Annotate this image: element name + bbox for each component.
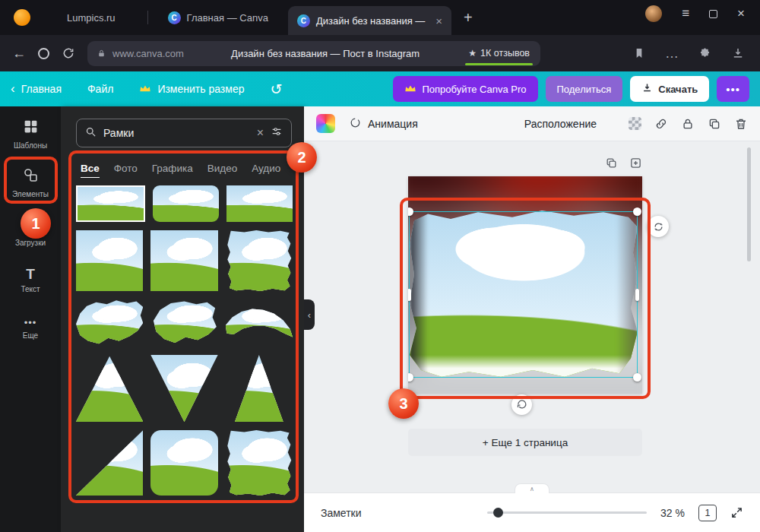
frame-scene xyxy=(76,430,143,496)
tab-label: Главная — Canva xyxy=(187,12,268,24)
download-design-button[interactable]: Скачать xyxy=(630,76,709,102)
position-label: Расположение xyxy=(524,118,597,130)
duplicate-icon[interactable] xyxy=(708,117,721,131)
new-tab-button[interactable]: + xyxy=(451,0,485,35)
add-page-icon[interactable] xyxy=(629,157,642,169)
canvas-page[interactable] xyxy=(408,176,642,394)
file-menu[interactable]: Файл xyxy=(87,83,113,95)
add-page-button[interactable]: + Еще 1 страница xyxy=(408,429,642,456)
vertical-scrollbar[interactable] xyxy=(747,147,751,261)
extension-icon[interactable] xyxy=(698,47,711,60)
zoom-slider-knob[interactable] xyxy=(493,508,503,518)
page-indicator[interactable]: 1 xyxy=(698,505,717,521)
browser-tab-bar: Lumpics.ru C Главная — Canva C Дизайн бе… xyxy=(0,0,760,35)
lock-icon[interactable] xyxy=(681,117,695,131)
reload-icon[interactable] xyxy=(62,46,75,60)
resize-handle-bottom-right[interactable] xyxy=(633,373,641,382)
resize-handle-left[interactable] xyxy=(408,289,411,301)
sidebar-item-elements[interactable]: Элементы xyxy=(4,163,57,202)
notes-button[interactable]: Заметки xyxy=(321,507,362,519)
frame-scene xyxy=(153,185,219,222)
animation-button[interactable]: Анимация xyxy=(349,116,418,131)
tab-graphics[interactable]: Графика xyxy=(152,163,193,174)
lock-icon xyxy=(97,49,106,59)
frame-thumbnail[interactable] xyxy=(226,430,293,496)
tab-canva-home[interactable]: C Главная — Canva xyxy=(148,0,288,35)
frame-thumbnail[interactable] xyxy=(76,230,143,291)
transparency-icon[interactable] xyxy=(629,117,641,130)
frame-scene xyxy=(150,230,217,291)
profile-avatar[interactable] xyxy=(645,5,662,22)
sidebar-item-templates[interactable]: Шаблоны xyxy=(4,114,57,154)
frame-scene xyxy=(150,430,217,496)
tab-canva-design[interactable]: C Дизайн без названия — × xyxy=(288,6,451,35)
search-box[interactable]: × xyxy=(76,119,292,147)
delete-icon[interactable] xyxy=(734,117,748,131)
frame-thumbnail[interactable] xyxy=(150,230,217,291)
header-more-button[interactable]: ••• xyxy=(717,76,749,102)
filter-icon[interactable] xyxy=(271,125,283,141)
resize-handle-top-right[interactable] xyxy=(633,207,641,216)
frame-thumbnail[interactable] xyxy=(226,355,293,422)
animation-label: Анимация xyxy=(368,118,418,130)
star-icon: ★ xyxy=(468,48,477,59)
resize-button[interactable]: Изменить размер xyxy=(139,83,244,95)
browser-logo[interactable] xyxy=(14,9,30,26)
close-window-icon[interactable]: × xyxy=(737,6,745,21)
tab-close-icon[interactable]: × xyxy=(435,14,442,27)
frame-thumbnail[interactable] xyxy=(150,355,217,422)
restore-window-icon[interactable] xyxy=(709,10,717,18)
frame-thumbnail-selected[interactable] xyxy=(76,185,145,222)
frame-thumbnail[interactable] xyxy=(76,299,143,347)
toolbar-icons xyxy=(629,117,748,131)
page-title: Дизайн без названия — Пост в Instagram xyxy=(231,48,420,59)
tab-lumpics[interactable]: Lumpics.ru xyxy=(61,0,147,35)
bookmark-flag-icon[interactable] xyxy=(633,47,645,59)
home-button[interactable]: ‹ Главная xyxy=(11,81,62,97)
color-swatch[interactable] xyxy=(316,114,335,133)
swap-media-button[interactable] xyxy=(648,216,669,237)
link-icon[interactable] xyxy=(654,117,668,131)
frame-thumbnail[interactable] xyxy=(226,185,293,222)
tab-label: Lumpics.ru xyxy=(67,12,116,24)
duplicate-page-icon[interactable] xyxy=(605,157,618,169)
zoom-slider[interactable] xyxy=(487,511,647,514)
position-button[interactable]: Расположение xyxy=(524,118,597,130)
frame-thumbnail[interactable] xyxy=(76,355,143,422)
collapse-panel-button[interactable]: ‹ xyxy=(304,299,315,330)
frame-thumbnail[interactable] xyxy=(153,185,219,222)
tableau-icon[interactable] xyxy=(38,48,49,59)
frame-thumbnail[interactable] xyxy=(150,299,217,347)
frame-thumbnail[interactable] xyxy=(150,430,217,496)
more-dots-icon[interactable]: … xyxy=(665,46,679,60)
tab-photo[interactable]: Фото xyxy=(114,163,138,174)
tab-all[interactable]: Все xyxy=(81,163,100,174)
chevron-up-icon: ∧ xyxy=(530,486,534,492)
back-icon[interactable]: ← xyxy=(12,46,26,60)
tab-audio[interactable]: Аудио xyxy=(252,163,280,174)
page-actions xyxy=(408,157,642,169)
clear-search-icon[interactable]: × xyxy=(257,126,264,140)
frame-thumbnail[interactable] xyxy=(226,230,293,291)
canva-pro-button[interactable]: Попробуйте Canva Pro xyxy=(393,76,537,102)
download-icon[interactable] xyxy=(731,46,745,60)
rotate-handle[interactable] xyxy=(511,394,532,415)
frame-thumbnail[interactable] xyxy=(226,299,293,347)
address-bar[interactable]: www.canva.com Дизайн без названия — Пост… xyxy=(87,41,540,66)
share-button[interactable]: Поделиться xyxy=(546,76,623,102)
frame-thumbnail[interactable] xyxy=(76,430,143,496)
resize-handle-top-left[interactable] xyxy=(408,207,413,216)
sidebar-item-text[interactable]: T Текст xyxy=(4,260,57,299)
selection-box[interactable] xyxy=(409,211,638,378)
search-input[interactable] xyxy=(103,127,250,139)
reviews-badge[interactable]: ★ 1К отзывов xyxy=(467,48,531,59)
sidebar-item-more[interactable]: ••• Еще xyxy=(4,309,57,348)
sidebar-item-label: Загрузки xyxy=(15,239,46,247)
tab-video[interactable]: Видео xyxy=(207,163,237,174)
menu-icon[interactable]: ≡ xyxy=(682,6,689,21)
undo-button[interactable]: ↺ xyxy=(270,81,282,98)
collapse-bottombar-button[interactable]: ∧ xyxy=(515,483,549,493)
fullscreen-icon[interactable] xyxy=(730,506,743,519)
resize-handle-right[interactable] xyxy=(635,289,639,301)
file-label: Файл xyxy=(87,83,113,95)
